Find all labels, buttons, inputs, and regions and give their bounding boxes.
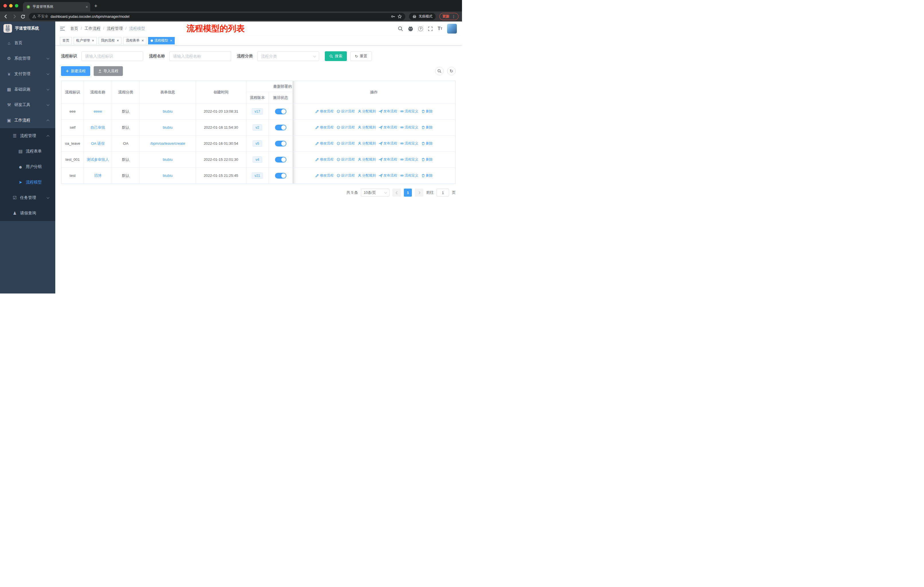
form-info-link[interactable]: /bpm/oa/leave/create (150, 141, 185, 146)
active-toggle[interactable] (275, 125, 286, 131)
sidebar-item[interactable]: ¥ 支付管理 (0, 66, 55, 82)
tab-chip[interactable]: 租户管理 (74, 37, 97, 45)
form-info-link[interactable]: biubiu (163, 125, 173, 129)
action-process-definition[interactable]: 流程定义 (400, 109, 419, 114)
action-design-process[interactable]: 设计流程 (337, 125, 355, 130)
browser-menu-icon[interactable] (452, 14, 456, 19)
sidebar-item[interactable]: ♟ 请假查询 (0, 205, 55, 221)
browser-tab[interactable]: 芋道管理系统 (23, 2, 90, 12)
action-design-process[interactable]: 设计流程 (337, 157, 355, 162)
action-design-process[interactable]: 设计流程 (337, 173, 355, 178)
process-category-select[interactable] (257, 51, 319, 61)
process-name-link[interactable]: eeee (94, 109, 102, 114)
sidebar-item[interactable]: ⌂ 首页 (0, 35, 55, 51)
current-page-button[interactable]: 1 (404, 189, 412, 197)
action-assign-rule[interactable]: 分配规则 (358, 141, 376, 146)
sidebar-item[interactable]: ⚙ 系统管理 (0, 51, 55, 66)
close-icon[interactable] (117, 39, 119, 42)
key-icon[interactable] (391, 14, 395, 19)
new-tab-button[interactable] (94, 3, 97, 9)
tab-chip[interactable]: 我的流程 (99, 37, 122, 45)
action-delete[interactable]: 删除 (421, 157, 433, 162)
fullscreen-icon[interactable] (428, 26, 433, 31)
active-toggle[interactable] (275, 141, 286, 147)
search-button[interactable]: 搜索 (325, 51, 347, 61)
close-icon[interactable] (142, 39, 144, 42)
active-toggle[interactable] (275, 157, 286, 162)
action-design-process[interactable]: 设计流程 (337, 141, 355, 146)
sidebar-item[interactable]: ▣ 工作流程 (0, 112, 55, 128)
reset-button[interactable]: 重置 (350, 51, 372, 61)
active-toggle[interactable] (275, 109, 286, 114)
action-process-definition[interactable]: 流程定义 (400, 141, 419, 146)
action-edit-process[interactable]: 修改流程 (315, 109, 334, 114)
action-process-definition[interactable]: 流程定义 (400, 157, 419, 162)
process-name-input[interactable] (169, 51, 231, 61)
action-process-definition[interactable]: 流程定义 (400, 173, 419, 178)
refresh-table-button[interactable] (447, 67, 456, 75)
action-delete[interactable]: 删除 (421, 125, 433, 130)
action-delete[interactable]: 删除 (421, 173, 433, 178)
help-icon[interactable] (418, 26, 423, 31)
form-info-link[interactable]: biubiu (163, 174, 173, 178)
next-page-button[interactable] (415, 189, 423, 197)
close-icon[interactable] (170, 39, 172, 42)
process-name-link[interactable]: 测试多审批人 (87, 157, 109, 162)
page-size-select[interactable]: 10条/页 (361, 189, 389, 197)
process-name-link[interactable]: OA 请假 (91, 141, 105, 146)
action-assign-rule[interactable]: 分配规则 (358, 157, 376, 162)
process-id-input[interactable] (81, 51, 143, 61)
sidebar-item[interactable]: ➤ 流程模型 (0, 175, 55, 190)
form-info-link[interactable]: biubiu (163, 109, 173, 114)
sidebar-item[interactable]: ▤ 流程表单 (0, 144, 55, 159)
address-bar[interactable]: 不安全 dashboard.yudao.iocoder.cn/bpm/manag… (29, 13, 405, 20)
create-process-button[interactable]: 新建流程 (61, 66, 90, 76)
action-assign-rule[interactable]: 分配规则 (358, 173, 376, 178)
forward-icon[interactable] (12, 14, 17, 19)
action-delete[interactable]: 删除 (421, 141, 433, 146)
active-toggle[interactable] (275, 173, 286, 179)
sidebar-item[interactable]: ⚒ 研发工具 (0, 97, 55, 112)
breadcrumb-item[interactable]: 流程模型 (123, 26, 145, 31)
reload-icon[interactable] (21, 14, 25, 19)
action-assign-rule[interactable]: 分配规则 (358, 109, 376, 114)
process-name-link[interactable]: 滔博 (94, 174, 102, 178)
sidebar-item[interactable]: ▦ 基础设施 (0, 82, 55, 97)
sidebar-item[interactable]: ☑ 任务管理 (0, 190, 55, 205)
action-edit-process[interactable]: 修改流程 (315, 157, 334, 162)
app-logo[interactable]: 芋道管理系统 (0, 21, 55, 35)
back-icon[interactable] (3, 14, 8, 19)
action-process-definition[interactable]: 流程定义 (400, 125, 419, 130)
import-process-button[interactable]: 导入流程 (94, 66, 123, 76)
action-edit-process[interactable]: 修改流程 (315, 173, 334, 178)
action-edit-process[interactable]: 修改流程 (315, 141, 334, 146)
close-tab-icon[interactable] (86, 5, 88, 9)
zoom-window-button[interactable] (15, 4, 18, 7)
action-publish-process[interactable]: 发布流程 (379, 109, 397, 114)
tab-chip[interactable]: 流程模型 (148, 37, 175, 45)
breadcrumb-item[interactable]: 流程管理 (101, 26, 123, 31)
tab-chip[interactable]: 首页 (60, 37, 72, 45)
breadcrumb-item[interactable]: 工作流程 (78, 26, 101, 31)
action-publish-process[interactable]: 发布流程 (379, 125, 397, 130)
browser-update-button[interactable]: 更新 (439, 13, 459, 20)
tab-chip[interactable]: 流程表单 (123, 37, 146, 45)
action-publish-process[interactable]: 发布流程 (379, 157, 397, 162)
github-icon[interactable] (408, 26, 413, 31)
action-assign-rule[interactable]: 分配规则 (358, 125, 376, 130)
show-search-button[interactable] (435, 67, 444, 75)
action-publish-process[interactable]: 发布流程 (379, 141, 397, 146)
action-delete[interactable]: 删除 (421, 109, 433, 114)
close-icon[interactable] (92, 39, 94, 42)
action-publish-process[interactable]: 发布流程 (379, 173, 397, 178)
action-design-process[interactable]: 设计流程 (337, 109, 355, 114)
prev-page-button[interactable] (393, 189, 401, 197)
form-info-link[interactable]: biubiu (163, 157, 173, 162)
avatar[interactable] (447, 24, 457, 33)
close-window-button[interactable] (3, 4, 7, 7)
sidebar-item[interactable]: ☰ 流程管理 (0, 128, 55, 144)
sidebar-item[interactable]: ☻ 用户分组 (0, 159, 55, 175)
minimize-window-button[interactable] (9, 4, 13, 7)
goto-page-input[interactable] (437, 189, 449, 197)
action-edit-process[interactable]: 修改流程 (315, 125, 334, 130)
